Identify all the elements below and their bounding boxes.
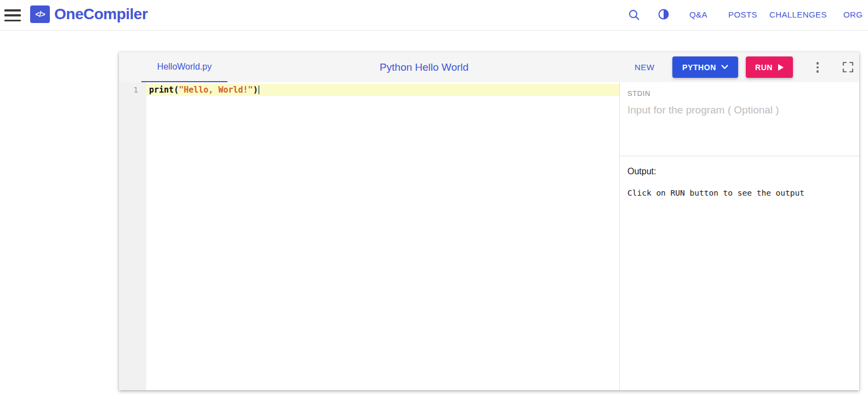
fullscreen-icon[interactable] — [842, 61, 854, 75]
code-line-1[interactable]: print("Hello, World!") — [149, 84, 259, 96]
panel-header: HelloWorld.py Python Hello World NEW PYT… — [119, 52, 859, 82]
output-message: Click on RUN button to see the output — [627, 189, 804, 197]
tab-label: HelloWorld.py — [157, 62, 212, 72]
nav-link-posts[interactable]: POSTS — [728, 10, 757, 19]
code-editor[interactable]: 1 print("Hello, World!") — [119, 82, 619, 390]
code-string: "Hello, World!" — [179, 85, 253, 95]
nav-link-org[interactable]: ORG — [843, 10, 863, 19]
stdin-input[interactable] — [627, 104, 852, 151]
play-icon — [778, 64, 784, 71]
language-label: PYTHON — [682, 63, 716, 72]
top-navbar: </> OneCompiler Q&A POSTS CHALLENGES ORG — [0, 0, 868, 31]
brand-name: OneCompiler — [54, 5, 147, 23]
line-number-gutter: 1 — [119, 82, 146, 390]
code-close-paren: ) — [253, 85, 258, 95]
stdin-label: STDIN — [627, 89, 650, 98]
hamburger-menu-icon[interactable] — [4, 8, 21, 22]
output-label: Output: — [627, 167, 656, 176]
tab-helloworld-py[interactable]: HelloWorld.py — [141, 52, 227, 82]
nav-link-challenges[interactable]: CHALLENGES — [769, 10, 827, 19]
brand-logo[interactable]: </> OneCompiler — [30, 5, 147, 23]
run-button[interactable]: RUN — [746, 56, 793, 78]
search-icon[interactable] — [628, 9, 640, 23]
io-panel: STDIN Output: Click on RUN button to see… — [619, 82, 859, 390]
new-file-button[interactable]: NEW — [635, 52, 655, 82]
more-options-icon[interactable] — [810, 60, 825, 75]
chevron-down-icon — [721, 65, 728, 70]
page-title: Python Hello World — [380, 52, 469, 82]
run-label: RUN — [755, 63, 773, 72]
stdin-section: STDIN — [620, 82, 859, 156]
theme-toggle-icon[interactable] — [656, 7, 671, 24]
language-select-button[interactable]: PYTHON — [672, 56, 738, 78]
code-brackets-icon: </> — [30, 5, 50, 23]
text-cursor — [259, 86, 260, 94]
compiler-panel: HelloWorld.py Python Hello World NEW PYT… — [119, 52, 859, 390]
code-func: print( — [149, 85, 179, 95]
nav-link-qa[interactable]: Q&A — [689, 10, 707, 19]
line-number: 1 — [134, 84, 138, 96]
